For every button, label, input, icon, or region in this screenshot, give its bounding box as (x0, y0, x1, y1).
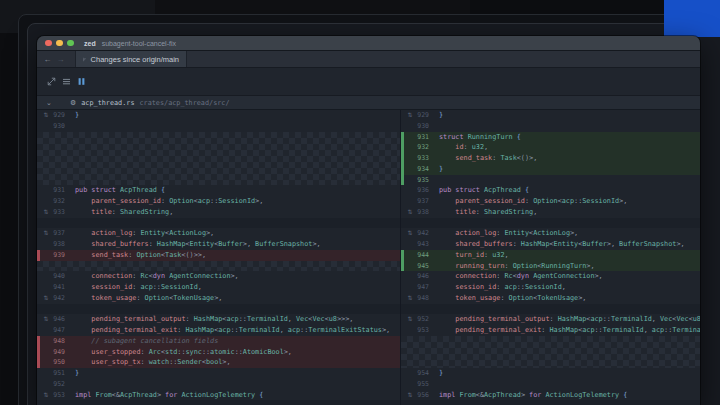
line-number: 948 (416, 293, 429, 304)
zoom-window-button[interactable] (67, 40, 74, 47)
line-number: 938 (52, 239, 65, 250)
diff-row[interactable]: 930 (37, 121, 400, 132)
expand-diagonal-icon[interactable] (45, 76, 58, 88)
nav-back-button[interactable]: ← (41, 51, 54, 67)
line-number: 930 (52, 121, 65, 132)
diff-row[interactable]: 938 shared_buffers: HashMap<Entity<Buffe… (37, 239, 400, 250)
diff-row[interactable]: ⇅946 pending_terminal_output: HashMap<ac… (37, 314, 400, 325)
minimize-window-button[interactable] (56, 40, 63, 47)
diff-row[interactable]: ⇅953impl From<&AcpThread> for ActionLogT… (37, 390, 400, 401)
diff-row[interactable]: 930 (401, 121, 700, 132)
nav-forward-button[interactable]: → (54, 51, 67, 67)
added-line-bar (401, 153, 404, 164)
diff-row[interactable]: ⇅948 token_usage: Option<TokenUsage>, (401, 293, 700, 304)
expand-excerpt-button[interactable]: ⇅ (404, 293, 416, 304)
code-line: } (439, 164, 443, 175)
expand-excerpt-button[interactable]: ⇅ (40, 228, 52, 239)
diff-row[interactable]: ⇅942 action_log: Entity<ActionLog>, (401, 228, 700, 239)
code-line: } (439, 368, 443, 379)
added-line-bar (401, 164, 404, 175)
line-number: 942 (52, 293, 65, 304)
excerpt-separator (37, 304, 400, 315)
deleted-line-bar (37, 347, 40, 358)
expand-excerpt-button[interactable]: ⇅ (404, 110, 416, 121)
diff-row[interactable]: 935 (401, 175, 700, 186)
excerpt-separator (401, 218, 700, 229)
deleted-line-bar (37, 336, 40, 347)
code-line: pending_terminal_exit: HashMap<acp::Term… (439, 325, 700, 336)
diff-row[interactable]: 955 (401, 379, 700, 390)
expand-excerpt-button[interactable]: ⇅ (40, 314, 52, 325)
code-line: send_task: Task<()>, (439, 153, 537, 164)
diff-row[interactable]: 936pub struct AcpThread { (401, 185, 700, 196)
expand-excerpt-button[interactable]: ⇅ (40, 293, 52, 304)
menu-icon[interactable] (60, 76, 73, 88)
code-line: title: SharedString, (439, 207, 537, 218)
expand-excerpt-button[interactable]: ⇅ (404, 207, 416, 218)
diff-row[interactable]: 944 turn_id: u32, (401, 250, 700, 261)
diff-row[interactable]: 950 user_stop_tx: watch::Sender<bool>, (37, 357, 400, 368)
diff-row[interactable]: 947 session_id: acp::SessionId, (401, 282, 700, 293)
title-bar[interactable]: zed subagent-tool-cancel-fix (37, 36, 700, 51)
file-path: crates/acp_thread/src/ (139, 99, 229, 107)
diff-row[interactable]: 939 send_task: Option<Task<()>>, (37, 250, 400, 261)
diff-row[interactable]: 941 session_id: acp::SessionId, (37, 282, 400, 293)
collapsed-region (37, 261, 400, 272)
code-line: } (75, 110, 79, 121)
expand-excerpt-button[interactable]: ⇅ (40, 207, 52, 218)
code-line: shared_buffers: HashMap<Entity<Buffer>, … (439, 239, 685, 250)
diff-row[interactable]: ⇅937 action_log: Entity<ActionLog>, (37, 228, 400, 239)
added-line-bar (401, 175, 404, 186)
added-line-bar (401, 261, 404, 272)
close-window-button[interactable] (45, 40, 52, 47)
diff-row[interactable]: 931pub struct AcpThread { (37, 185, 400, 196)
diff-row[interactable]: 945 running_turn: Option<RunningTurn>, (401, 261, 700, 272)
diff-row[interactable]: ⇅952 pending_terminal_output: HashMap<ac… (401, 314, 700, 325)
diff-row[interactable]: 943 shared_buffers: HashMap<Entity<Buffe… (401, 239, 700, 250)
diff-row[interactable]: 951} (37, 368, 400, 379)
expand-excerpt-button[interactable]: ⇅ (404, 314, 416, 325)
diff-row[interactable]: ⇅942 token_usage: Option<TokenUsage>, (37, 293, 400, 304)
file-header[interactable]: ⌄ ⚙ acp_thread.rs crates/acp_thread/src/ (37, 96, 700, 110)
diff-row[interactable]: 948 // subagent cancellation fields (37, 336, 400, 347)
diff-row[interactable]: ⇅938 title: SharedString, (401, 207, 700, 218)
diff-row[interactable]: 931struct RunningTurn { (401, 132, 700, 143)
chevron-down-icon[interactable]: ⌄ (46, 99, 56, 107)
diff-row[interactable]: 940 connection: Rc<dyn AgentConnection>, (37, 271, 400, 282)
pause-icon[interactable] (75, 76, 88, 88)
line-number: 932 (416, 142, 429, 153)
diff-row[interactable]: 953 pending_terminal_exit: HashMap<acp::… (401, 325, 700, 336)
editor-toolbar (37, 68, 700, 96)
expand-excerpt-button[interactable]: ⇅ (40, 390, 52, 401)
tab-changes-since-origin-main[interactable]: Changes since origin/main (75, 51, 187, 67)
line-number: 929 (52, 110, 65, 121)
line-number: 940 (52, 271, 65, 282)
expand-excerpt-button[interactable]: ⇅ (404, 228, 416, 239)
code-line: session_id: acp::SessionId, (439, 282, 566, 293)
diff-row[interactable]: 932 parent_session_id: Option<acp::Sessi… (37, 196, 400, 207)
code-line: } (439, 110, 443, 121)
diff-row[interactable]: ⇅956impl From<&AcpThread> for ActionLogT… (401, 390, 700, 401)
line-number: 933 (52, 207, 65, 218)
line-number: 931 (52, 185, 65, 196)
expand-excerpt-button[interactable]: ⇅ (40, 110, 52, 121)
diff-row[interactable]: 937 parent_session_id: Option<acp::Sessi… (401, 196, 700, 207)
diff-row[interactable]: 946 connection: Rc<dyn AgentConnection>, (401, 271, 700, 282)
diff-row[interactable]: ⇅929} (37, 110, 400, 121)
code-line: impl From<&AcpThread> for ActionLogTelem… (75, 390, 263, 401)
tab-label: Changes since origin/main (91, 55, 179, 64)
diff-row[interactable]: 952 (37, 379, 400, 390)
diff-row[interactable]: 947 pending_terminal_exit: HashMap<acp::… (37, 325, 400, 336)
diff-row[interactable]: 949 user_stopped: Arc<std::sync::atomic:… (37, 347, 400, 358)
diff-row[interactable]: ⇅929} (401, 110, 700, 121)
diff-row[interactable]: ⇅933 title: SharedString, (37, 207, 400, 218)
line-number: 943 (416, 239, 429, 250)
diff-row[interactable]: 954} (401, 368, 700, 379)
line-number: 946 (52, 314, 65, 325)
code-line: session_id: acp::SessionId, (75, 282, 202, 293)
expand-excerpt-button[interactable]: ⇅ (404, 390, 416, 401)
diff-row[interactable]: 932 id: u32, (401, 142, 700, 153)
line-number: 956 (416, 390, 429, 401)
diff-row[interactable]: 934} (401, 164, 700, 175)
diff-row[interactable]: 933 send_task: Task<()>, (401, 153, 700, 164)
